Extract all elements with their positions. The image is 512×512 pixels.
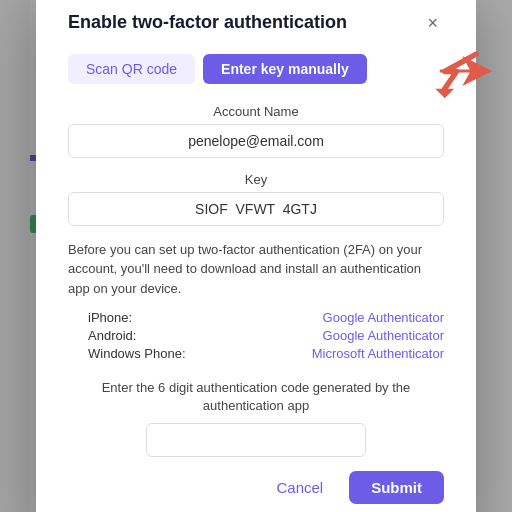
- tab-row: Scan QR code Enter key manually: [68, 54, 444, 84]
- iphone-label: iPhone:: [88, 310, 132, 325]
- key-input[interactable]: [68, 192, 444, 226]
- windows-label: Windows Phone:: [88, 346, 186, 361]
- cancel-button[interactable]: Cancel: [260, 471, 339, 504]
- description-text: Before you can set up two-factor authent…: [68, 240, 444, 299]
- list-item-iphone: iPhone: Google Authenticator: [88, 310, 444, 325]
- windows-app-link[interactable]: Microsoft Authenticator: [312, 346, 444, 361]
- modal-footer: Cancel Submit: [68, 471, 444, 504]
- code-description-text: Enter the 6 digit authentication code ge…: [68, 379, 444, 415]
- app-list: iPhone: Google Authenticator Android: Go…: [68, 310, 444, 361]
- modal-header: Enable two-factor authentication ×: [68, 12, 444, 34]
- modal-overlay: Enable two-factor authentication × Scan …: [0, 0, 512, 512]
- page-background: Enable two-factor authentication × Scan …: [0, 0, 512, 512]
- account-name-input[interactable]: [68, 124, 444, 158]
- account-name-field-group: Account Name: [68, 104, 444, 158]
- list-item-windows: Windows Phone: Microsoft Authenticator: [88, 346, 444, 361]
- modal-title: Enable two-factor authentication: [68, 12, 347, 33]
- android-app-link[interactable]: Google Authenticator: [323, 328, 444, 343]
- key-label: Key: [68, 172, 444, 187]
- iphone-app-link[interactable]: Google Authenticator: [323, 310, 444, 325]
- submit-button[interactable]: Submit: [349, 471, 444, 504]
- code-section: Enter the 6 digit authentication code ge…: [68, 379, 444, 457]
- close-button[interactable]: ×: [421, 12, 444, 34]
- modal-container: Enable two-factor authentication × Scan …: [36, 0, 476, 512]
- key-field-group: Key: [68, 172, 444, 226]
- auth-code-input[interactable]: [146, 423, 366, 457]
- pointing-arrow-icon: [436, 46, 496, 96]
- list-item-android: Android: Google Authenticator: [88, 328, 444, 343]
- android-label: Android:: [88, 328, 136, 343]
- tab-enter-key[interactable]: Enter key manually: [203, 54, 367, 84]
- account-name-label: Account Name: [68, 104, 444, 119]
- tab-scan-qr[interactable]: Scan QR code: [68, 54, 195, 84]
